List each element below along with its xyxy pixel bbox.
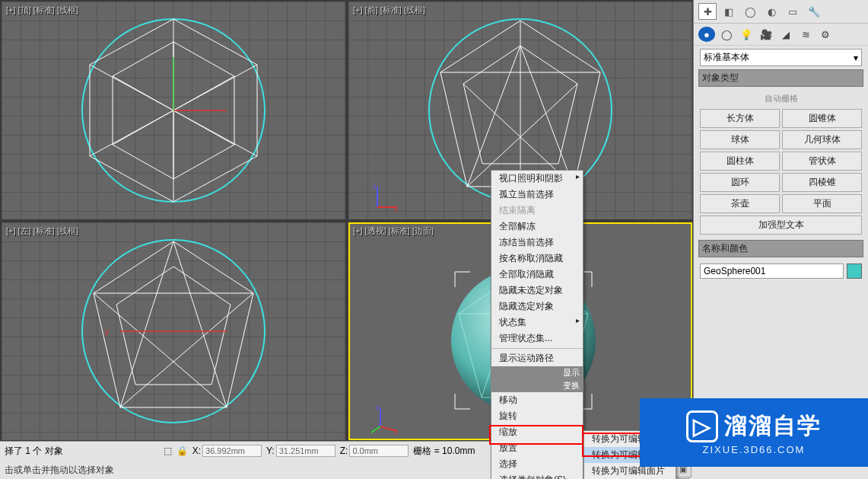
- rollout-object-type[interactable]: 对象类型: [698, 69, 863, 87]
- textplus-button[interactable]: 加强型文本: [700, 216, 862, 235]
- svg-text:y: y: [105, 327, 109, 336]
- play-icon: ▷: [686, 410, 718, 442]
- menu-isolate[interactable]: 孤立当前选择: [491, 187, 583, 203]
- menu-scale[interactable]: 缩放: [491, 424, 583, 440]
- cat-geometry-icon[interactable]: ●: [698, 27, 715, 42]
- cat-shapes-icon[interactable]: ◯: [718, 27, 735, 42]
- selection-lock-icon[interactable]: ⬚: [164, 445, 172, 456]
- dropdown-value: 标准基本体: [704, 51, 749, 64]
- menu-unhide-all[interactable]: 全部取消隐藏: [491, 267, 583, 283]
- menu-state-sets[interactable]: 状态集: [491, 315, 583, 331]
- menu-unfreeze-all[interactable]: 全部解冻: [491, 219, 583, 235]
- pyramid-button[interactable]: 四棱锥: [782, 173, 862, 192]
- watermark-logo: ▷ 溜溜自学 ZIXUE.3D66.COM: [640, 398, 868, 467]
- coord-z-label: Z:: [340, 445, 348, 456]
- menu-show-motion-path[interactable]: 显示运动路径: [491, 350, 583, 366]
- viewport-left[interactable]: [+] [左] [标准] [线框] y: [2, 222, 345, 440]
- menu-header-transform: 变换: [491, 379, 583, 392]
- viewport-top[interactable]: [+] [顶] [标准] [线框]: [2, 2, 345, 219]
- cat-lights-icon[interactable]: 💡: [738, 27, 755, 42]
- menu-place[interactable]: 放置: [491, 440, 583, 456]
- object-color-swatch[interactable]: [847, 263, 862, 279]
- tab-modify-icon[interactable]: ◧: [720, 3, 738, 20]
- svg-text:x: x: [394, 206, 398, 213]
- menu-hide-unselected[interactable]: 隐藏未选定对象: [491, 283, 583, 299]
- cat-helpers-icon[interactable]: ◢: [777, 27, 794, 42]
- tab-create-icon[interactable]: ✚: [698, 3, 717, 20]
- logo-title: 溜溜自学: [724, 410, 822, 442]
- cat-cameras-icon[interactable]: 🎥: [758, 27, 774, 42]
- sphere-button[interactable]: 球体: [700, 130, 780, 149]
- plane-button[interactable]: 平面: [782, 194, 862, 213]
- axis-gizmo-icon: z x: [371, 183, 402, 213]
- geosphere-wire-left: y: [75, 232, 272, 430]
- teapot-button[interactable]: 茶壶: [700, 194, 780, 213]
- menu-rotate[interactable]: 旋转: [491, 408, 583, 424]
- menu-separator: [491, 348, 583, 349]
- tab-display-icon[interactable]: ▭: [784, 3, 802, 20]
- grid-value: 栅格 = 10.0mm: [413, 445, 475, 458]
- svg-text:z: z: [376, 404, 380, 411]
- tab-hierarchy-icon[interactable]: ◯: [741, 3, 759, 20]
- menu-header-display: 显示: [491, 366, 583, 379]
- cat-systems-icon[interactable]: ⚙: [817, 27, 834, 42]
- geosphere-button[interactable]: 几何球体: [782, 130, 862, 149]
- box-button[interactable]: 长方体: [700, 109, 780, 128]
- viewport-label-left: [+] [左] [标准] [线框]: [6, 225, 78, 237]
- lock-icon[interactable]: 🔒: [176, 445, 188, 456]
- svg-line-27: [120, 241, 173, 407]
- viewport-label-front: [+] [前] [标准] [线框]: [353, 5, 425, 16]
- menu-select-similar[interactable]: 选择类似对象(S): [491, 472, 583, 479]
- prompt-text: 击或单击并拖动以选择对象: [5, 464, 114, 477]
- logo-subtitle: ZIXUE.3D66.COM: [703, 444, 806, 455]
- geometry-category-dropdown[interactable]: 标准基本体 ▾: [700, 49, 862, 66]
- menu-hide-selection[interactable]: 隐藏选定对象: [491, 299, 583, 315]
- axis-gizmo-icon: z x y: [371, 404, 402, 434]
- coord-y-label: Y:: [266, 445, 275, 456]
- rollout-name-color[interactable]: 名称和颜色: [698, 240, 863, 257]
- coord-x-label: X:: [192, 445, 201, 456]
- quad-context-menu[interactable]: 视口照明和阴影 孤立当前选择 结束隔离 全部解冻 冻结当前选择 按名称取消隐藏 …: [491, 170, 583, 479]
- tab-motion-icon[interactable]: ◐: [762, 3, 781, 20]
- coord-y-input[interactable]: [276, 445, 335, 457]
- command-panel-tabs: ✚ ◧ ◯ ◐ ▭ 🔧: [694, 0, 868, 24]
- svg-line-28: [173, 241, 227, 407]
- menu-select[interactable]: 选择: [491, 456, 583, 472]
- cone-button[interactable]: 圆锥体: [782, 109, 862, 128]
- svg-line-18: [467, 46, 520, 187]
- autogrid-label[interactable]: 自动栅格: [700, 90, 862, 109]
- menu-move[interactable]: 移动: [491, 392, 583, 408]
- menu-unhide-by-name[interactable]: 按名称取消隐藏: [491, 251, 583, 267]
- torus-button[interactable]: 圆环: [700, 173, 780, 192]
- svg-text:z: z: [373, 183, 377, 190]
- svg-line-29: [94, 293, 227, 407]
- coord-z-input[interactable]: [349, 445, 409, 457]
- svg-text:x: x: [394, 428, 398, 434]
- tab-utilities-icon[interactable]: 🔧: [805, 3, 823, 20]
- cylinder-button[interactable]: 圆柱体: [700, 152, 780, 171]
- menu-end-isolate: 结束隔离: [491, 203, 583, 219]
- viewport-label-persp: [+] [透视] [标准] [边面]: [353, 225, 434, 237]
- chevron-down-icon: ▾: [854, 53, 858, 63]
- svg-line-30: [120, 293, 253, 407]
- svg-line-19: [520, 46, 574, 187]
- geosphere-wire-top: [75, 11, 272, 209]
- tube-button[interactable]: 管状体: [782, 152, 862, 171]
- selection-info: 择了 1 个 对象: [5, 445, 63, 458]
- viewport-label-top: [+] [顶] [标准] [线框]: [6, 5, 78, 16]
- create-category-tabs: ● ◯ 💡 🎥 ◢ ≋ ⚙: [694, 24, 868, 46]
- coord-x-input[interactable]: [202, 445, 262, 457]
- cat-spacewarps-icon[interactable]: ≋: [797, 27, 814, 42]
- menu-freeze-selection[interactable]: 冻结当前选择: [491, 235, 583, 251]
- object-name-input[interactable]: GeoSphere001: [700, 263, 844, 279]
- menu-viewport-lighting[interactable]: 视口照明和阴影: [491, 171, 583, 187]
- menu-manage-state-sets[interactable]: 管理状态集...: [491, 331, 583, 346]
